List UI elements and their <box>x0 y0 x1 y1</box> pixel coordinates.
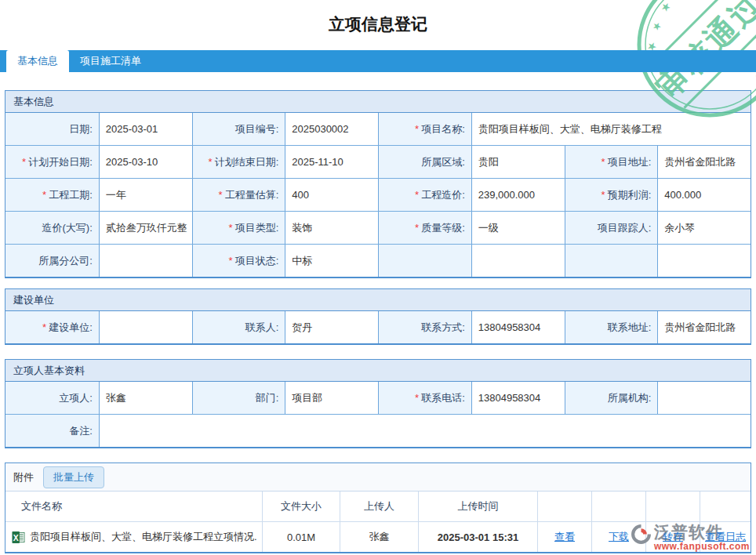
excel-file-icon: X <box>12 531 25 544</box>
tel-label: *联系电话: <box>378 382 471 414</box>
form-row: *建设单位: 联系人: 贺丹 联系方式: 13804958304 联系地址: 贵… <box>5 311 751 343</box>
builder-unit-value <box>99 311 192 343</box>
quantity-label: *工程量估算: <box>192 179 285 211</box>
project-no-value: 2025030002 <box>285 113 378 145</box>
quantity-value: 400 <box>285 179 378 211</box>
basic-info-section: 基本信息 日期: 2025-03-01 项目编号: 2025030002 *项目… <box>5 90 751 278</box>
form-row: 备注: <box>5 414 751 447</box>
page-title: 立项信息登记 <box>0 0 756 50</box>
status-label: *项目状态: <box>192 245 285 277</box>
cost-words-value: 贰拾叁万玖仟元整 <box>99 212 192 244</box>
tracker-label: 项目跟踪人: <box>565 212 658 244</box>
required-star: * <box>209 156 213 168</box>
contact-phone-value: 13804958304 <box>471 311 565 343</box>
remark-value <box>99 415 751 447</box>
upload-time-cell: 2025-03-01 15:31 <box>418 522 537 552</box>
form-row: *工程工期: 一年 *工程量估算: 400 *工程造价: 239,000.000… <box>5 178 751 211</box>
project-type-value: 装饰 <box>285 212 378 244</box>
required-star: * <box>415 123 419 135</box>
required-star: * <box>229 222 233 234</box>
tab-construction-list[interactable]: 项目施工清单 <box>69 50 152 72</box>
project-no-label: 项目编号: <box>192 113 285 145</box>
applicant-name-value: 张鑫 <box>99 382 192 414</box>
form-row: 造价(大写): 贰拾叁万玖仟元整 *项目类型: 装饰 *质量等级: 一级 项目跟… <box>5 211 751 244</box>
profit-value: 400.000 <box>657 179 751 211</box>
project-type-label: *项目类型: <box>192 212 285 244</box>
col-action <box>700 492 751 521</box>
col-file-size: 文件大小 <box>262 492 340 521</box>
attachment-title: 附件 <box>13 470 34 484</box>
cost-label: *工程造价: <box>378 179 471 211</box>
duration-label: *工程工期: <box>5 179 99 211</box>
tel-value: 13804958304 <box>471 382 565 414</box>
batch-upload-button[interactable]: 批量上传 <box>43 466 104 488</box>
cost-value: 239,000.000 <box>471 179 565 211</box>
applicant-section-title: 立项人基本资料 <box>5 360 751 382</box>
form-row: 日期: 2025-03-01 项目编号: 2025030002 *项目名称: 贵… <box>5 113 751 145</box>
uploader-cell: 张鑫 <box>340 522 418 552</box>
empty-value-cell <box>471 245 565 277</box>
applicant-name-label: 立项人: <box>5 382 99 414</box>
plan-end-value: 2025-11-10 <box>285 146 378 178</box>
basic-info-section-title: 基本信息 <box>5 91 751 113</box>
form-row: *计划开始日期: 2025-03-10 *计划结束日期: 2025-11-10 … <box>5 145 751 178</box>
required-star: * <box>602 156 605 168</box>
file-name-cell: X 贵阳项目样板间、大堂、电梯厅装修工程立项情况. <box>5 522 262 552</box>
cost-words-label: 造价(大写): <box>5 212 99 244</box>
dept-label: 部门: <box>192 382 285 414</box>
attachment-header: 附件 批量上传 <box>5 463 751 492</box>
required-star: * <box>42 189 46 201</box>
required-star: * <box>415 189 419 201</box>
required-star: * <box>415 392 419 404</box>
org-label: 所属机构: <box>565 382 658 414</box>
plan-start-label: *计划开始日期: <box>5 146 99 178</box>
date-label: 日期: <box>5 113 99 145</box>
builder-unit-section: 建设单位 *建设单位: 联系人: 贺丹 联系方式: 13804958304 联系… <box>5 288 751 345</box>
required-star: * <box>602 189 605 201</box>
org-value <box>657 382 751 414</box>
tracker-value: 余小琴 <box>657 212 751 244</box>
quality-value: 一级 <box>471 212 565 244</box>
remark-label: 备注: <box>5 415 99 447</box>
col-action <box>537 492 591 521</box>
col-action <box>591 492 645 521</box>
tab-bar: 基本信息 项目施工清单 <box>0 50 756 72</box>
contact-addr-label: 联系地址: <box>565 311 658 343</box>
region-value: 贵阳 <box>471 146 565 178</box>
file-size-cell: 0.01M <box>262 522 340 552</box>
builder-unit-section-title: 建设单位 <box>5 289 751 311</box>
plan-start-value: 2025-03-10 <box>99 146 192 178</box>
save-as-link[interactable]: 转存 <box>663 530 683 544</box>
region-label: 所属区域: <box>378 146 471 178</box>
address-value: 贵州省金阳北路 <box>657 146 751 178</box>
required-star: * <box>22 156 26 168</box>
main-content: 基本信息 日期: 2025-03-01 项目编号: 2025030002 *项目… <box>0 90 756 553</box>
required-star: * <box>415 222 419 234</box>
quality-label: *质量等级: <box>378 212 471 244</box>
fanpu-logo-icon <box>631 524 652 545</box>
required-star: * <box>219 189 223 201</box>
tab-basic-info[interactable]: 基本信息 <box>6 50 69 72</box>
project-name-value: 贵阳项目样板间、大堂、电梯厅装修工程 <box>471 113 751 145</box>
col-action <box>645 492 700 521</box>
date-value: 2025-03-01 <box>99 113 192 145</box>
form-row: 立项人: 张鑫 部门: 项目部 *联系电话: 13804958304 所属机构: <box>5 382 751 414</box>
empty-label-cell <box>378 245 471 277</box>
file-name: 贵阳项目样板间、大堂、电梯厅装修工程立项情况. <box>30 530 257 544</box>
plan-end-label: *计划结束日期: <box>192 146 285 178</box>
builder-unit-label: *建设单位: <box>5 311 99 343</box>
view-log-link[interactable]: 查看日志 <box>705 530 746 544</box>
branch-label: 所属分公司: <box>5 245 99 277</box>
branch-value <box>99 245 192 277</box>
dept-value: 项目部 <box>285 382 378 414</box>
col-uploader: 上传人 <box>340 492 418 521</box>
required-star: * <box>229 255 233 267</box>
contact-value: 贺丹 <box>285 311 378 343</box>
download-link[interactable]: 下载 <box>609 530 629 544</box>
contact-addr-value: 贵州省金阳北路 <box>657 311 751 343</box>
empty-label-cell <box>565 245 658 277</box>
col-file-name: 文件名称 <box>5 492 262 521</box>
col-upload-time: 上传时间 <box>418 492 537 521</box>
view-link[interactable]: 查看 <box>554 530 575 544</box>
svg-text:X: X <box>13 533 19 542</box>
